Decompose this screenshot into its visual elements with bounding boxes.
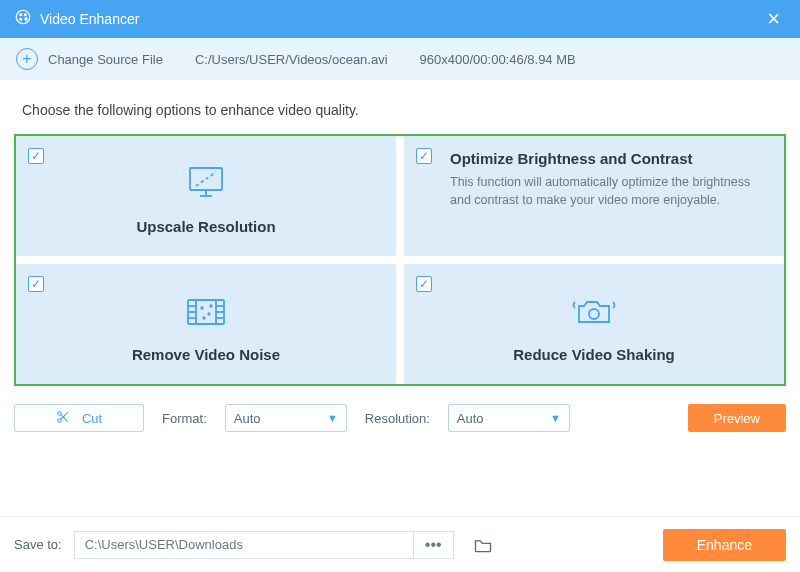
preview-button[interactable]: Preview (688, 404, 786, 432)
chevron-down-icon: ▼ (327, 412, 338, 424)
svg-point-22 (58, 411, 62, 415)
svg-point-21 (589, 309, 599, 319)
source-file-info: 960x400/00:00:46/8.94 MB (420, 52, 576, 67)
format-dropdown[interactable]: Auto ▼ (225, 404, 347, 432)
controls-row: Cut Format: Auto ▼ Resolution: Auto ▼ Pr… (14, 404, 786, 432)
change-source-button[interactable]: + Change Source File (16, 48, 163, 70)
svg-point-0 (16, 10, 30, 24)
enhance-button[interactable]: Enhance (663, 529, 786, 561)
option-title: Optimize Brightness and Contrast (450, 150, 770, 167)
cut-button[interactable]: Cut (14, 404, 144, 432)
option-title: Upscale Resolution (136, 218, 275, 235)
scissors-icon (56, 410, 70, 427)
change-source-label: Change Source File (48, 52, 163, 67)
resolution-value: Auto (457, 411, 484, 426)
option-reduce-shaking[interactable]: ✓ Reduce Video Shaking (404, 264, 784, 384)
monitor-icon (184, 164, 228, 208)
palette-icon (14, 8, 32, 30)
folder-icon (473, 536, 493, 554)
ellipsis-icon: ••• (425, 536, 442, 554)
card-body: Upscale Resolution (30, 148, 382, 242)
format-value: Auto (234, 411, 261, 426)
option-title: Reduce Video Shaking (513, 346, 674, 363)
checkbox-noise[interactable]: ✓ (28, 276, 44, 292)
app-title: Video Enhancer (40, 11, 139, 27)
option-description: This function will automatically optimiz… (450, 173, 770, 209)
svg-point-23 (58, 418, 62, 422)
option-brightness-contrast[interactable]: ✓ Optimize Brightness and Contrast This … (404, 136, 784, 256)
footer: Save to: C:\Users\USER\Downloads ••• Enh… (0, 516, 800, 572)
close-icon[interactable]: × (761, 6, 786, 32)
cut-label: Cut (82, 411, 102, 426)
svg-point-18 (208, 313, 210, 315)
enhance-options: ✓ Upscale Resolution ✓ Optimize Brightne… (14, 134, 786, 386)
card-body: Reduce Video Shaking (418, 276, 770, 370)
filmstrip-icon (182, 292, 230, 336)
open-folder-button[interactable] (466, 531, 500, 559)
svg-point-17 (201, 307, 203, 309)
save-path-input[interactable]: C:\Users\USER\Downloads (74, 531, 414, 559)
checkbox-upscale[interactable]: ✓ (28, 148, 44, 164)
option-remove-noise[interactable]: ✓ Remove Video Noise (16, 264, 396, 384)
camera-icon (569, 292, 619, 336)
save-path-value: C:\Users\USER\Downloads (85, 537, 243, 552)
option-upscale-resolution[interactable]: ✓ Upscale Resolution (16, 136, 396, 256)
option-title: Remove Video Noise (132, 346, 280, 363)
titlebar: Video Enhancer × (0, 0, 800, 38)
save-path-group: C:\Users\USER\Downloads ••• (74, 531, 454, 559)
format-label: Format: (162, 411, 207, 426)
svg-point-2 (24, 14, 26, 16)
card-body: Remove Video Noise (30, 276, 382, 370)
resolution-dropdown[interactable]: Auto ▼ (448, 404, 570, 432)
source-file-path: C:/Users/USER/Videos/ocean.avi (195, 52, 388, 67)
plus-icon: + (16, 48, 38, 70)
svg-point-20 (210, 305, 212, 307)
source-toolbar: + Change Source File C:/Users/USER/Video… (0, 38, 800, 80)
card-body: Optimize Brightness and Contrast This fu… (418, 148, 770, 209)
titlebar-left: Video Enhancer (14, 8, 139, 30)
browse-button[interactable]: ••• (414, 531, 454, 559)
svg-point-19 (203, 317, 205, 319)
resolution-label: Resolution: (365, 411, 430, 426)
save-to-label: Save to: (14, 537, 62, 552)
svg-point-3 (20, 18, 22, 20)
checkbox-shaking[interactable]: ✓ (416, 276, 432, 292)
svg-point-1 (20, 14, 22, 16)
instructions-text: Choose the following options to enhance … (0, 80, 800, 134)
checkbox-brightness[interactable]: ✓ (416, 148, 432, 164)
chevron-down-icon: ▼ (550, 412, 561, 424)
svg-line-5 (196, 172, 216, 186)
